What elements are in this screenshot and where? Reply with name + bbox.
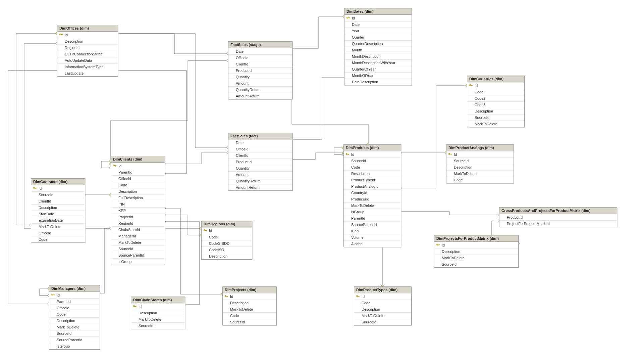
column-row[interactable]: ClientId [228, 61, 292, 67]
column-row[interactable]: MarkToDelete [131, 316, 185, 322]
column-row[interactable]: Description [49, 317, 100, 324]
column-row[interactable]: Description [434, 248, 518, 255]
column-row[interactable]: MarkToDelete [354, 312, 411, 319]
table-header[interactable]: DimManagers (dim) [49, 285, 100, 292]
column-row[interactable]: MarkToDelete [434, 255, 518, 261]
column-row[interactable]: Volume [344, 234, 401, 240]
table-header[interactable]: DimChainStores (dim) [131, 297, 185, 303]
column-row[interactable]: Code [202, 234, 252, 240]
table-DimContracts[interactable]: DimContracts (dim)IdSourceIdClientIdDesc… [31, 178, 85, 243]
column-row[interactable]: Code [354, 300, 411, 306]
column-row[interactable]: Description [202, 253, 252, 259]
column-row[interactable]: AutoUpdateData [57, 57, 118, 63]
column-row[interactable]: ProductAnalogId [344, 183, 401, 189]
column-row[interactable]: Id [344, 151, 401, 158]
column-row[interactable]: Id [131, 303, 185, 310]
column-row[interactable]: Description [354, 306, 411, 312]
column-row[interactable]: ParentId [344, 215, 401, 221]
column-row[interactable]: Description [223, 300, 276, 306]
table-DimProducts[interactable]: DimProducts (dim)IdSourceIdCodeDescripti… [343, 144, 401, 247]
column-row[interactable]: Description [344, 170, 401, 177]
column-row[interactable]: Date [228, 48, 292, 54]
column-row[interactable]: Description [111, 188, 165, 194]
column-row[interactable]: Description [446, 164, 514, 170]
column-row[interactable]: Id [446, 151, 514, 158]
column-row[interactable]: ChainStoreId [111, 226, 165, 233]
table-header[interactable]: FactSales (fact) [228, 133, 292, 139]
column-row[interactable]: Description [57, 38, 118, 44]
column-row[interactable]: SourceId [31, 191, 85, 198]
column-row[interactable]: Code [446, 177, 514, 183]
table-FactSalesStage[interactable]: FactSales (stage)DateOfficeIdClientIdPro… [228, 41, 292, 99]
column-row[interactable]: Id [434, 242, 518, 248]
table-DimProductAnalogs[interactable]: DimProductAnalogs (dim)IdSourceIdDescrip… [446, 144, 514, 183]
column-row[interactable]: Id [354, 293, 411, 300]
column-row[interactable]: Year [344, 28, 412, 34]
table-header[interactable]: DimProducts (dim) [344, 145, 401, 151]
column-row[interactable]: ExpirationDate [31, 217, 85, 223]
column-row[interactable]: SourceId [446, 158, 514, 164]
column-row[interactable]: Id [57, 32, 118, 38]
column-row[interactable]: IsGroup [344, 209, 401, 215]
column-row[interactable]: ManagerId [111, 233, 165, 239]
column-row[interactable]: FullDescription [111, 194, 165, 201]
column-row[interactable]: Description [31, 204, 85, 211]
table-header[interactable]: DimDates (dim) [344, 8, 412, 15]
column-row[interactable]: MarkToDelete [446, 170, 514, 177]
column-row[interactable]: Code [31, 236, 85, 242]
table-header[interactable]: CrossProductsAndProjectsForProductMatrix… [499, 208, 617, 214]
column-row[interactable]: KPP [111, 207, 165, 214]
column-row[interactable]: ParentId [49, 298, 100, 305]
column-row[interactable]: ProductId [228, 159, 292, 165]
column-row[interactable]: Id [49, 292, 100, 298]
column-row[interactable]: ProducerId [344, 196, 401, 202]
column-row[interactable]: Alcohol [344, 240, 401, 247]
column-row[interactable]: Code [223, 312, 276, 319]
column-row[interactable]: OfficeId [111, 175, 165, 182]
column-row[interactable]: Id [111, 163, 165, 169]
table-FactSalesFact[interactable]: FactSales (fact)DateOfficeIdClientIdProd… [228, 133, 292, 191]
column-row[interactable]: InformationSystemType [57, 63, 118, 70]
column-row[interactable]: IsGroup [49, 343, 100, 349]
column-row[interactable]: ProductId [228, 67, 292, 74]
column-row[interactable]: MonthDescriptionWithYear [344, 59, 412, 66]
column-row[interactable]: IsGroup [111, 258, 165, 265]
column-row[interactable]: MarkToDelete [467, 121, 524, 127]
column-row[interactable]: StartDate [31, 211, 85, 217]
table-header[interactable]: DimProductAnalogs (dim) [446, 145, 514, 151]
table-header[interactable]: DimRegions (dim) [202, 221, 252, 227]
column-row[interactable]: SourceParentId [111, 252, 165, 258]
column-row[interactable]: ParentId [111, 169, 165, 175]
column-row[interactable]: Date [344, 21, 412, 28]
column-row[interactable]: QuarterOfYear [344, 66, 412, 72]
column-row[interactable]: MonthOfYear [344, 72, 412, 79]
table-CrossProducts[interactable]: CrossProductsAndProjectsForProductMatrix… [499, 207, 617, 227]
table-DimProjects[interactable]: DimProjects (dim)IdDescriptionMarkToDele… [222, 286, 277, 325]
column-row[interactable]: AmountReturn [228, 93, 292, 99]
column-row[interactable]: Amount [228, 171, 292, 178]
table-DimManagers[interactable]: DimManagers (dim)IdParentIdOfficeIdCodeD… [49, 285, 100, 350]
column-row[interactable]: Id [202, 227, 252, 234]
table-header[interactable]: DimCountries (dim) [467, 76, 524, 82]
table-DimRegions[interactable]: DimRegions (dim)IdCodeCodeGIBDDCodeISODe… [201, 221, 252, 260]
column-row[interactable]: Quantity [228, 165, 292, 171]
column-row[interactable]: Id [223, 293, 276, 300]
column-row[interactable]: Code2 [467, 95, 524, 101]
column-row[interactable]: Code3 [467, 101, 524, 108]
table-header[interactable]: DimOffices (dim) [57, 25, 118, 32]
table-DimChainStores[interactable]: DimChainStores (dim)IdDescriptionMarkToD… [131, 297, 185, 329]
table-header[interactable]: DimProjectsForProductMatrix (dim) [434, 235, 518, 242]
table-DimCountries[interactable]: DimCountries (dim)IdCodeCode2Code3Descri… [467, 76, 525, 127]
column-row[interactable]: CountryId [344, 189, 401, 196]
column-row[interactable]: SourceId [344, 158, 401, 164]
column-row[interactable]: RegionId [57, 44, 118, 51]
table-DimProjectsForPM[interactable]: DimProjectsForProductMatrix (dim)IdDescr… [434, 235, 519, 268]
table-header[interactable]: DimProductTypes (dim) [354, 287, 411, 293]
column-row[interactable]: ClientId [228, 152, 292, 159]
table-header[interactable]: FactSales (stage) [228, 42, 292, 48]
column-row[interactable]: Quantity [228, 74, 292, 80]
column-row[interactable]: Month [344, 47, 412, 53]
column-row[interactable]: QuarterDescription [344, 40, 412, 47]
column-row[interactable]: Code [467, 89, 524, 95]
column-row[interactable]: ProjectForProductMatrixId [499, 220, 617, 227]
